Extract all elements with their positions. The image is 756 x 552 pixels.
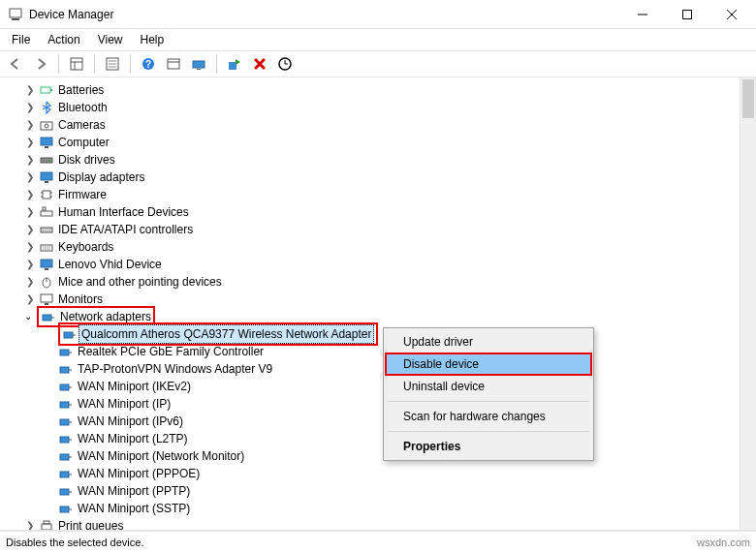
tree-node-hid[interactable]: ❯Human Interface Devices bbox=[0, 203, 756, 221]
tree-node-wan-ip[interactable]: WAN Miniport (IP) bbox=[0, 395, 756, 413]
menubar: File Action View Help bbox=[0, 29, 756, 50]
svg-rect-52 bbox=[60, 350, 69, 355]
menu-action[interactable]: Action bbox=[40, 31, 87, 48]
svg-rect-72 bbox=[42, 524, 51, 530]
svg-rect-22 bbox=[50, 89, 52, 91]
camera-icon bbox=[39, 117, 54, 133]
app-icon bbox=[8, 7, 23, 22]
tree-node-wan-pptp[interactable]: WAN Miniport (PPTP) bbox=[0, 482, 756, 500]
window-title: Device Manager bbox=[29, 8, 620, 21]
update-driver-button[interactable] bbox=[187, 52, 210, 76]
disk-icon bbox=[39, 152, 54, 168]
chevron-right-icon[interactable]: ❯ bbox=[23, 258, 37, 271]
tree-node-print-queues[interactable]: ❯Print queues bbox=[0, 517, 756, 530]
chevron-down-icon[interactable]: ⌄ bbox=[21, 310, 35, 323]
toolbar-separator bbox=[130, 54, 131, 74]
view-button[interactable] bbox=[162, 52, 185, 76]
chevron-right-icon[interactable]: ❯ bbox=[23, 292, 37, 306]
tree-node-wan-netmon[interactable]: WAN Miniport (Network Monitor) bbox=[0, 447, 756, 465]
maximize-button[interactable] bbox=[665, 0, 709, 29]
printer-icon bbox=[39, 518, 54, 530]
svg-rect-64 bbox=[60, 454, 69, 460]
chip-icon bbox=[39, 187, 54, 202]
scan-hardware-button[interactable] bbox=[273, 52, 297, 76]
tree-node-wan-l2tp[interactable]: WAN Miniport (L2TP) bbox=[0, 430, 756, 447]
tree-node-wan-ipv6[interactable]: WAN Miniport (IPv6) bbox=[0, 413, 756, 430]
menu-properties[interactable]: Properties bbox=[386, 435, 591, 458]
help-button[interactable]: ? bbox=[137, 52, 160, 76]
properties-button[interactable] bbox=[101, 52, 124, 76]
tree-node-lenovo-vhid[interactable]: ❯Lenovo Vhid Device bbox=[0, 256, 756, 273]
back-button[interactable] bbox=[4, 52, 27, 76]
tree-node-qualcomm-adapter[interactable]: Qualcomm Atheros QCA9377 Wireless Networ… bbox=[0, 325, 756, 343]
window-controls bbox=[620, 0, 754, 29]
monitor-icon bbox=[39, 169, 54, 185]
enable-button[interactable] bbox=[223, 52, 246, 76]
chevron-right-icon[interactable]: ❯ bbox=[23, 101, 37, 114]
chevron-right-icon[interactable]: ❯ bbox=[23, 136, 37, 149]
tree-node-wan-pppoe[interactable]: WAN Miniport (PPPOE) bbox=[0, 465, 756, 482]
tree-node-tap-protonvpn[interactable]: TAP-ProtonVPN Windows Adapter V9 bbox=[0, 360, 756, 378]
minimize-button[interactable] bbox=[620, 0, 665, 29]
tree-node-firmware[interactable]: ❯Firmware bbox=[0, 186, 756, 203]
menu-disable-device[interactable]: Disable device bbox=[385, 353, 592, 376]
network-adapter-icon bbox=[58, 344, 74, 359]
tree-node-disk-drives[interactable]: ❯Disk drives bbox=[0, 151, 756, 169]
menu-view[interactable]: View bbox=[90, 31, 131, 48]
svg-rect-47 bbox=[45, 303, 48, 305]
svg-rect-25 bbox=[41, 138, 52, 145]
svg-point-28 bbox=[48, 160, 50, 162]
menu-file[interactable]: File bbox=[4, 31, 38, 48]
chevron-right-icon[interactable]: ❯ bbox=[23, 275, 37, 289]
menu-help[interactable]: Help bbox=[133, 31, 173, 48]
menu-uninstall-device[interactable]: Uninstall device bbox=[386, 375, 591, 398]
chevron-right-icon[interactable]: ❯ bbox=[23, 223, 37, 236]
tree-node-mice[interactable]: ❯Mice and other pointing devices bbox=[0, 273, 756, 291]
network-adapter-icon bbox=[58, 431, 74, 446]
chevron-right-icon[interactable]: ❯ bbox=[23, 170, 37, 184]
svg-rect-68 bbox=[60, 489, 69, 495]
network-adapter-icon bbox=[58, 414, 74, 429]
svg-rect-21 bbox=[41, 87, 50, 93]
svg-rect-3 bbox=[683, 10, 692, 18]
network-adapter-icon bbox=[41, 309, 56, 324]
tree-node-bluetooth[interactable]: ❯Bluetooth bbox=[0, 99, 756, 116]
close-button[interactable] bbox=[709, 0, 754, 29]
tree-node-wan-sstp[interactable]: WAN Miniport (SSTP) bbox=[0, 500, 756, 517]
chevron-right-icon[interactable]: ❯ bbox=[23, 205, 37, 219]
chevron-right-icon[interactable]: ❯ bbox=[23, 188, 37, 201]
svg-rect-1 bbox=[12, 18, 19, 20]
tree-node-keyboards[interactable]: ❯Keyboards bbox=[0, 238, 756, 256]
chevron-right-icon[interactable]: ❯ bbox=[23, 83, 37, 97]
svg-text:?: ? bbox=[145, 59, 151, 70]
svg-rect-66 bbox=[60, 472, 69, 477]
svg-rect-15 bbox=[168, 59, 179, 69]
chevron-right-icon[interactable]: ❯ bbox=[23, 118, 37, 132]
show-hide-tree-button[interactable] bbox=[65, 52, 88, 76]
tree-node-cameras[interactable]: ❯Cameras bbox=[0, 116, 756, 134]
vertical-scrollbar[interactable] bbox=[740, 77, 756, 530]
menu-update-driver[interactable]: Update driver bbox=[386, 330, 591, 353]
tree-node-ide[interactable]: ❯IDE ATA/ATAPI controllers bbox=[0, 221, 756, 238]
chevron-right-icon[interactable]: ❯ bbox=[23, 153, 37, 167]
svg-rect-37 bbox=[43, 207, 46, 210]
forward-button[interactable] bbox=[29, 52, 52, 76]
svg-rect-73 bbox=[44, 521, 49, 524]
chevron-right-icon[interactable]: ❯ bbox=[23, 240, 37, 254]
tree-node-batteries[interactable]: ❯Batteries bbox=[0, 81, 756, 99]
network-adapter-icon bbox=[58, 396, 74, 412]
keyboard-icon bbox=[39, 239, 54, 255]
tree-node-display-adapters[interactable]: ❯Display adapters bbox=[0, 169, 756, 186]
scrollbar-thumb[interactable] bbox=[742, 79, 754, 118]
svg-rect-30 bbox=[45, 181, 48, 183]
chevron-right-icon[interactable]: ❯ bbox=[23, 519, 37, 530]
tree-node-wan-ikev2[interactable]: WAN Miniport (IKEv2) bbox=[0, 378, 756, 395]
network-adapter-icon bbox=[58, 466, 74, 481]
svg-rect-19 bbox=[229, 62, 236, 70]
tree-node-computer[interactable]: ❯Computer bbox=[0, 134, 756, 151]
device-tree[interactable]: ❯Batteries ❯Bluetooth ❯Cameras ❯Computer… bbox=[0, 77, 756, 530]
menu-scan-hardware[interactable]: Scan for hardware changes bbox=[386, 405, 591, 428]
toolbar: ? bbox=[0, 50, 756, 77]
uninstall-button[interactable] bbox=[248, 52, 271, 76]
battery-icon bbox=[39, 82, 54, 98]
